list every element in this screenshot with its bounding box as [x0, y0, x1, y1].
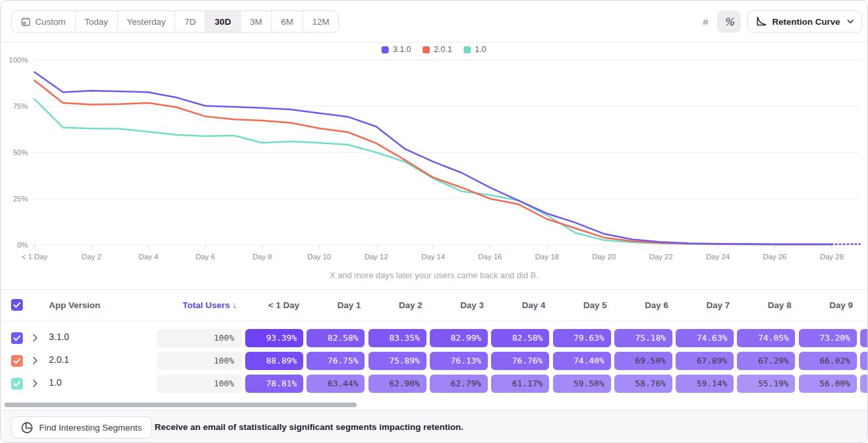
column-header-total-users-sort[interactable]: Total Users ↓ [157, 290, 237, 321]
expand-chevron-icon[interactable] [33, 333, 38, 345]
range-button-custom[interactable]: Custom [12, 11, 76, 32]
column-header-day-4: Day 4 [491, 290, 549, 321]
row-checkbox[interactable] [11, 332, 23, 344]
svg-text:Day 4: Day 4 [139, 253, 159, 261]
column-header-day-5: Day 5 [553, 290, 611, 321]
range-button-12m[interactable]: 12M [303, 11, 338, 32]
retention-cell: 76.13% [430, 352, 488, 370]
chart-type-dropdown[interactable]: Retention Curve [747, 10, 862, 33]
footer-message: Receive an email of statistically signif… [155, 410, 463, 443]
toolbar: CustomTodayYesterday7D30D3M6M12M # % Ret… [1, 1, 867, 42]
column-header-day-7: Day 7 [676, 290, 734, 321]
find-interesting-segments-label: Find Interesting Segments [39, 423, 142, 433]
range-button-label: 6M [281, 17, 293, 27]
legend-swatch [423, 46, 430, 53]
svg-text:100%: 100% [9, 56, 28, 64]
retention-report: CustomTodayYesterday7D30D3M6M12M # % Ret… [0, 0, 868, 443]
svg-text:Day 22: Day 22 [649, 253, 672, 261]
retention-cell: 58.76% [614, 375, 672, 393]
range-button-label: 7D [185, 17, 196, 27]
svg-text:Day 20: Day 20 [592, 253, 616, 261]
table-row-2-0-1: 2.0.1100%88.89%76.75%75.89%76.13%76.76%7… [1, 350, 867, 373]
column-header-day-3: Day 3 [430, 290, 488, 321]
select-all-checkbox[interactable] [11, 299, 23, 311]
retention-cell: 74.40% [553, 352, 611, 370]
legend-item-3-1-0[interactable]: 3.1.0 [382, 45, 411, 54]
total-users-cell: 100% [157, 352, 242, 370]
row-checkbox[interactable] [11, 378, 23, 390]
svg-text:Day 18: Day 18 [535, 253, 559, 261]
expand-chevron-icon[interactable] [33, 356, 38, 367]
svg-text:Day 6: Day 6 [196, 253, 215, 261]
retention-cell: 55.19% [737, 375, 795, 393]
retention-cell: 79.63% [553, 329, 611, 347]
retention-cell: 82.99% [430, 329, 488, 347]
retention-cell: 61.17% [491, 375, 549, 393]
range-button-yesterday[interactable]: Yesterday [118, 11, 176, 32]
horizontal-scrollbar-thumb[interactable] [5, 403, 357, 407]
retention-cell: 74.05% [737, 329, 795, 347]
percent-format-button[interactable]: % [717, 10, 741, 33]
svg-text:Day 10: Day 10 [307, 253, 331, 261]
column-header-day-2: Day 2 [368, 290, 427, 321]
legend-item-1-0[interactable]: 1.0 [464, 45, 486, 54]
retention-cell-partial [860, 375, 868, 393]
svg-text:Day 2: Day 2 [82, 253, 101, 261]
retention-cell-partial [860, 352, 868, 370]
retention-cell: 83.35% [368, 329, 427, 347]
retention-cell: 88.89% [245, 352, 303, 370]
column-header-day-8: Day 8 [737, 290, 795, 321]
expand-chevron-icon[interactable] [33, 379, 38, 390]
column-header-app-version: App Version [49, 290, 100, 321]
number-format-button[interactable]: # [694, 10, 717, 33]
svg-text:75%: 75% [13, 102, 28, 110]
range-button-7d[interactable]: 7D [175, 11, 205, 32]
range-button-30d[interactable]: 30D [205, 11, 241, 32]
range-button-label: Yesterday [127, 17, 166, 27]
percent-icon: % [724, 16, 734, 28]
column-header-day-9: Day 9 [799, 290, 857, 321]
app-version-label: 1.0 [49, 377, 61, 388]
legend-swatch [382, 46, 389, 53]
retention-cell: 56.00% [799, 375, 857, 393]
total-users-cell: 100% [157, 329, 242, 347]
find-interesting-segments-button[interactable]: Find Interesting Segments [11, 416, 152, 438]
column-header-1-day: < 1 Day [245, 290, 303, 321]
column-header-day-6: Day 6 [614, 290, 672, 321]
retention-cell: 75.18% [614, 329, 672, 347]
value-format-toggle: # % [694, 10, 741, 33]
legend-label: 1.0 [475, 45, 486, 54]
legend-label: 3.1.0 [393, 45, 411, 54]
legend-label: 2.0.1 [434, 45, 452, 54]
legend-item-2-0-1[interactable]: 2.0.1 [423, 45, 452, 54]
retention-cell: 67.29% [737, 352, 795, 370]
range-button-today[interactable]: Today [76, 11, 118, 32]
svg-text:Day 12: Day 12 [365, 253, 388, 261]
date-range-selector: CustomTodayYesterday7D30D3M6M12M [11, 10, 339, 33]
chart-type-label: Retention Curve [772, 17, 840, 27]
svg-text:Day 16: Day 16 [478, 253, 501, 261]
retention-cell: 75.89% [368, 352, 427, 370]
range-button-label: 12M [312, 17, 329, 27]
retention-curve-icon [756, 16, 766, 27]
retention-cell: 63.44% [307, 375, 365, 393]
total-users-cell: 100% [157, 375, 242, 393]
chart-caption: X and more days later your users came ba… [1, 270, 867, 280]
svg-text:Day 26: Day 26 [763, 253, 786, 261]
table-row-3-1-0: 3.1.0100%93.39%82.58%83.35%82.99%82.58%7… [1, 327, 867, 350]
signal-icon [21, 422, 33, 434]
retention-cell-partial [860, 329, 868, 347]
svg-text:< 1 Day: < 1 Day [22, 253, 48, 261]
retention-cell: 78.81% [245, 375, 303, 393]
range-button-3m[interactable]: 3M [241, 11, 272, 32]
retention-cell: 66.02% [799, 352, 857, 370]
retention-cell: 62.79% [430, 375, 488, 393]
retention-cell: 82.58% [307, 329, 365, 347]
range-button-6m[interactable]: 6M [272, 11, 303, 32]
chevron-down-icon [847, 20, 854, 24]
retention-line-chart: 0%25%50%75%100%< 1 DayDay 2Day 4Day 6Day… [1, 55, 868, 270]
retention-cell: 67.89% [676, 352, 734, 370]
row-checkbox[interactable] [11, 355, 23, 367]
retention-cell: 93.39% [245, 329, 303, 347]
legend-swatch [464, 46, 471, 53]
